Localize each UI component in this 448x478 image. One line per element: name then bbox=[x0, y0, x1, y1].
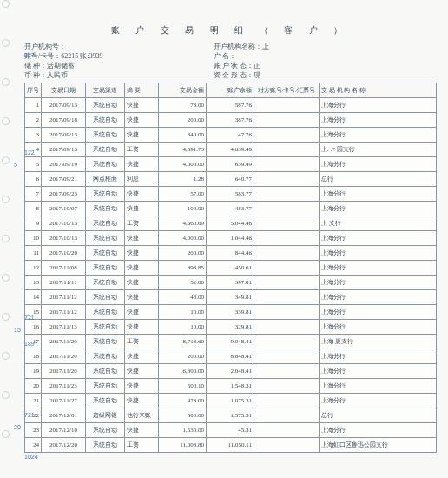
hdr-deposit-type: 储 种：活期储蓄 bbox=[24, 61, 214, 70]
cell-branch: 上海分行 bbox=[320, 394, 437, 408]
cell-index: 8 bbox=[25, 202, 42, 216]
table-row: 142017/11/12系统自动快捷48.00349.81上海分行 bbox=[25, 290, 437, 305]
table-row: 212017/11/27系统自动快捷473.001,075.31上海分行 bbox=[25, 394, 437, 408]
cell-channel: 超级网银 bbox=[86, 408, 125, 423]
page-title: 账 户 交 易 明 细 （ 客 户 ） bbox=[24, 24, 436, 37]
cell-channel: 系统自动 bbox=[86, 157, 125, 172]
cell-branch: 上海分行 bbox=[320, 320, 437, 335]
col-channel: 交易渠道 bbox=[86, 83, 125, 98]
col-index: 序号 bbox=[25, 83, 42, 98]
cell-channel: 系统自动 bbox=[86, 98, 125, 113]
cell-channel: 网点柜面 bbox=[86, 172, 125, 187]
cell-summary: 快捷 bbox=[125, 364, 159, 379]
cell-summary: 工资 bbox=[125, 438, 159, 453]
cell-channel: 系统自动 bbox=[86, 438, 125, 453]
cell-index: 14 bbox=[25, 290, 42, 305]
cell-date: 2017/09/21 bbox=[42, 172, 86, 187]
cell-amount: 10.00 bbox=[159, 320, 207, 335]
cell-summary: 快捷 bbox=[125, 379, 159, 394]
edge-mark: 5 bbox=[14, 162, 17, 168]
cell-channel: 系统自动 bbox=[86, 394, 125, 408]
cell-branch: 上海分行 bbox=[320, 246, 437, 261]
table-row: 72017/09/23系统自动快捷57.00583.77上海分行 bbox=[25, 187, 437, 202]
cell-balance: 329.81 bbox=[207, 320, 254, 335]
cell-branch: 上海分行 bbox=[320, 187, 437, 202]
cell-balance: 387.76 bbox=[207, 113, 254, 128]
col-summary: 摘 要 bbox=[125, 83, 159, 98]
cell-amount: 500.10 bbox=[159, 379, 207, 394]
cell-channel: 系统自动 bbox=[86, 276, 125, 290]
cell-date: 2017/11/08 bbox=[42, 261, 86, 276]
cell-index: 18 bbox=[25, 349, 42, 364]
cell-date: 2017/11/11 bbox=[42, 276, 86, 290]
cell-counterparty bbox=[254, 276, 320, 290]
cell-index: 19 bbox=[25, 364, 42, 379]
cell-channel: 系统自动 bbox=[86, 364, 125, 379]
col-branch: 交 易 机 构 名 称 bbox=[320, 83, 437, 98]
cell-date: 2017/11/13 bbox=[42, 320, 86, 335]
cell-balance: 640.77 bbox=[207, 172, 254, 187]
cell-summary: 工资 bbox=[125, 216, 159, 231]
table-row: 242017/12/20系统自动工资11,003.8011,050.11上海虹口… bbox=[25, 438, 437, 453]
cell-amount: 1,530.00 bbox=[159, 423, 207, 438]
cell-index: 5 bbox=[25, 157, 42, 172]
cell-amount: 200.00 bbox=[159, 113, 207, 128]
cell-summary: 快捷 bbox=[125, 202, 159, 216]
cell-counterparty bbox=[254, 290, 320, 305]
cell-date: 2017/11/20 bbox=[42, 335, 86, 349]
cell-index: 2 bbox=[25, 113, 42, 128]
edge-mark: 122 bbox=[24, 149, 35, 156]
cell-amount: 1.28 bbox=[159, 172, 207, 187]
cell-amount: 11,003.80 bbox=[159, 438, 207, 453]
cell-channel: 系统自动 bbox=[86, 202, 125, 216]
cell-counterparty bbox=[254, 202, 320, 216]
edge-mark: 1024 bbox=[24, 454, 38, 460]
cell-summary: 快捷 bbox=[125, 276, 159, 290]
table-row: 52017/09/19系统自动快捷4,000.00639.49上海分行 bbox=[25, 157, 437, 172]
col-counterparty: 对方账号/卡号/汇票号 bbox=[254, 83, 320, 98]
cell-date: 2017/11/27 bbox=[42, 394, 86, 408]
cell-counterparty bbox=[254, 364, 320, 379]
cell-balance: 5,044.46 bbox=[207, 216, 254, 231]
table-header-row: 序号 交易日期 交易渠道 摘 要 交易金额 账户余额 对方账号/卡号/汇票号 交… bbox=[25, 83, 437, 98]
col-balance: 账户余额 bbox=[207, 83, 254, 98]
cell-amount: 73.00 bbox=[159, 98, 207, 113]
cell-amount: 200.00 bbox=[159, 246, 207, 261]
hdr-fund-form: 资 金 形 态：现 bbox=[214, 70, 436, 80]
table-row: 202017/11/23系统自动快捷500.101,548.31上海分行 bbox=[25, 379, 437, 394]
cell-counterparty bbox=[254, 261, 320, 276]
cell-counterparty bbox=[254, 423, 320, 438]
cell-channel: 系统自动 bbox=[86, 290, 125, 305]
cell-balance: 339.81 bbox=[207, 305, 254, 320]
cell-balance: 844.46 bbox=[207, 246, 254, 261]
cell-branch: 上海虹口区鲁迅公园支行 bbox=[320, 438, 437, 453]
cell-summary: 他行来账 bbox=[125, 408, 159, 423]
hdr-account-name: 户 名： bbox=[214, 51, 436, 61]
cell-counterparty bbox=[254, 216, 320, 231]
statement-sheet: 327 122 5 721 15 1897 721 20 1024 账 户 交 … bbox=[0, 0, 448, 461]
cell-counterparty bbox=[254, 113, 320, 128]
cell-counterparty bbox=[254, 349, 320, 364]
cell-branch: 上 支行 bbox=[320, 216, 437, 231]
cell-channel: 系统自动 bbox=[86, 246, 125, 261]
cell-index: 3 bbox=[25, 128, 42, 143]
cell-date: 2017/09/13 bbox=[42, 128, 86, 143]
hdr-status: 账 户 状 态：正 bbox=[214, 61, 436, 70]
cell-balance: 1,044.46 bbox=[207, 231, 254, 246]
cell-summary: 快捷 bbox=[125, 349, 159, 364]
binding-holes bbox=[2, 0, 10, 461]
cell-index: 24 bbox=[25, 438, 42, 453]
cell-branch: 上. .7 园支行 bbox=[320, 143, 437, 157]
cell-channel: 系统自动 bbox=[86, 231, 125, 246]
account-header: 开户机构号： 账号/卡号：62215 账:3939 储 种：活期储蓄 币 种：人… bbox=[24, 42, 436, 80]
table-row: 92017/10/13系统自动工资4,560.695,044.46上 支行 bbox=[25, 216, 437, 231]
cell-index: 11 bbox=[25, 246, 42, 261]
cell-balance: 2,048.41 bbox=[207, 364, 254, 379]
edge-mark: 721 bbox=[24, 412, 35, 418]
cell-balance: 450.61 bbox=[207, 261, 254, 276]
cell-amount: 4,591.73 bbox=[159, 143, 207, 157]
cell-counterparty bbox=[254, 394, 320, 408]
cell-summary: 快捷 bbox=[125, 423, 159, 438]
cell-balance: 349.81 bbox=[207, 290, 254, 305]
cell-amount: 473.00 bbox=[159, 394, 207, 408]
